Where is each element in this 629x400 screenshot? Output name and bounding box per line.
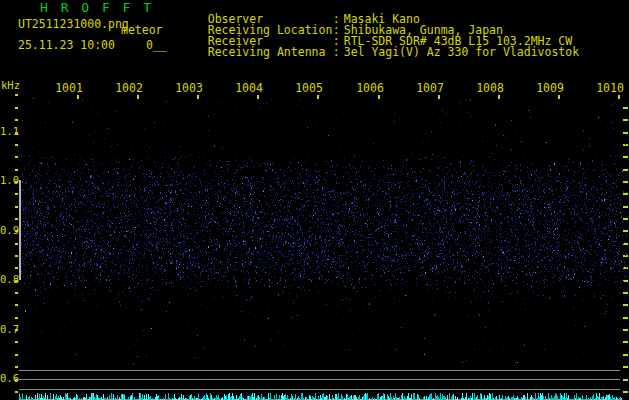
time-tick-label: 1008 (475, 83, 505, 94)
hrofft-window: H R O F F T UT2511231000.png meteor 25.1… (0, 0, 629, 400)
tick-mark (15, 181, 18, 183)
spectrogram-canvas (20, 97, 627, 367)
tick-mark (15, 144, 18, 146)
freq-axis-unit: kHz (1, 80, 20, 91)
tick-mark (15, 391, 18, 393)
signal-level-trace-canvas (19, 391, 622, 400)
app-title: H R O F F T (40, 2, 154, 14)
info-row-antenna: Receiving Antenna:3el Yagi(V) Az 330 for… (180, 36, 579, 69)
time-tick-label: 1002 (114, 83, 144, 94)
tick-mark (15, 267, 18, 269)
tick-mark (15, 156, 18, 158)
observation-datetime: 25.11.23 10:00 (18, 40, 115, 51)
freq-tick-label: 1.0 (0, 175, 15, 186)
tick-mark (15, 218, 18, 220)
time-tick-label: 1009 (535, 83, 565, 94)
tick-mark (15, 255, 18, 257)
freq-tick-label: 0.9 (0, 225, 15, 236)
level-reference-line (19, 389, 620, 390)
station-name: meteor (121, 25, 163, 36)
info-value: 3el Yagi(V) Az 330 for Vladivostok (344, 45, 579, 59)
time-tick-label: 1006 (355, 83, 385, 94)
tick-mark (15, 304, 18, 306)
echo-band-marker (19, 180, 21, 280)
echo-count-readout: 0__ (146, 40, 167, 51)
output-filename: UT2511231000.png (18, 19, 129, 30)
tick-mark (15, 292, 18, 294)
tick-mark (15, 366, 18, 368)
tick-mark (15, 280, 18, 282)
freq-tick-label: 0.7 (0, 324, 15, 335)
tick-mark (15, 119, 18, 121)
tick-mark (15, 206, 18, 208)
level-reference-line (19, 370, 620, 371)
tick-mark (15, 354, 18, 356)
tick-mark (15, 193, 18, 195)
tick-mark (15, 94, 18, 96)
info-separator: : (333, 47, 344, 58)
time-tick-label: 1005 (294, 83, 324, 94)
time-tick-label: 1010 (595, 83, 625, 94)
info-label: Receiving Antenna (208, 47, 333, 58)
freq-tick-label: 1.1 (0, 126, 15, 137)
time-tick-label: 1004 (234, 83, 264, 94)
tick-mark (15, 341, 18, 343)
time-tick-label: 1007 (415, 83, 445, 94)
tick-mark (15, 329, 18, 331)
tick-mark (15, 243, 18, 245)
tick-mark (15, 132, 18, 134)
tick-mark (15, 230, 18, 232)
tick-mark (623, 379, 628, 381)
tick-mark (15, 169, 18, 171)
level-reference-line (19, 379, 620, 380)
tick-mark (15, 107, 18, 109)
freq-tick-label: 0.6 (0, 373, 15, 384)
time-tick-label: 1001 (54, 83, 84, 94)
tick-mark (623, 391, 628, 393)
freq-tick-label: 0.8 (0, 274, 15, 285)
tick-mark (15, 379, 18, 381)
tick-mark (15, 317, 18, 319)
time-tick-label: 1003 (174, 83, 204, 94)
